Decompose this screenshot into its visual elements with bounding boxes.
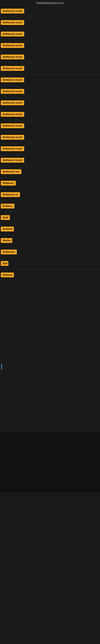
bottleneck-badge-19: Bottl: [1, 215, 10, 220]
bottom-section: [0, 362, 100, 372]
list-item: Bott: [0, 258, 100, 270]
bottleneck-badge-14: Bottleneck result: [1, 158, 24, 162]
spacer-section: [0, 281, 100, 362]
bottleneck-badge-15: Bottleneck res: [1, 169, 21, 174]
list-item: Bottleneck result: [0, 98, 100, 109]
site-title: TheBottlenecker.com: [0, 0, 100, 6]
bottleneck-badge-2: Bottleneck result: [1, 20, 24, 25]
list-item: Bottleneck result: [0, 6, 100, 17]
list-item: Bottleneck result: [0, 86, 100, 98]
bottleneck-badge-22: Bottleneck: [1, 250, 17, 254]
list-item: Bottleneck result: [0, 29, 100, 40]
bottleneck-badge-1: Bottleneck result: [1, 9, 24, 14]
bottleneck-badge-24: Bottlene: [1, 272, 14, 277]
bottleneck-badge-7: Bottleneck result: [1, 78, 24, 82]
list-item: Bottlene: [0, 224, 100, 235]
bottleneck-badge-21: Bottlen: [1, 238, 12, 243]
bottleneck-badge-3: Bottleneck result: [1, 32, 24, 36]
page-wrapper: TheBottlenecker.com Bottleneck result Bo…: [0, 0, 100, 644]
blue-bar-indicator: [1, 364, 2, 370]
bottleneck-badge-20: Bottlene: [1, 226, 14, 232]
list-item: Bottleneck result: [0, 17, 100, 29]
bottleneck-badge-5: Bottleneck result: [1, 54, 24, 59]
list-item: Bottlen: [0, 235, 100, 247]
list-item: Bottleneck: [0, 247, 100, 258]
bottleneck-badge-18: Bottlene: [1, 204, 14, 208]
bottleneck-badge-6: Bottleneck result: [1, 66, 24, 71]
bottleneck-badge-17: Bottleneck re: [1, 192, 20, 197]
lower-spacer-3: [0, 492, 100, 553]
bottleneck-badge-12: Bottleneck result: [1, 135, 24, 140]
bottleneck-badge-16: Bottlenec: [1, 181, 16, 186]
list-item: Bottleneck result: [0, 75, 100, 86]
list-item: Bottleneck result: [0, 144, 100, 155]
list-item: Bottleneck result: [0, 132, 100, 144]
bottleneck-badge-13: Bottleneck result: [1, 146, 24, 151]
lower-spacer-1: [0, 372, 100, 432]
list-item: Bottleneck res: [0, 166, 100, 178]
list-item: Bottleneck re: [0, 190, 100, 201]
list-item: Bottlene: [0, 270, 100, 281]
bottleneck-badge-10: Bottleneck result: [1, 112, 24, 117]
list-item: Bottleneck result: [0, 52, 100, 63]
bottleneck-badge-23: Bott: [1, 261, 8, 266]
lower-spacer-2: [0, 432, 100, 492]
list-item: Bottleneck result: [0, 63, 100, 75]
list-item: Bottleneck result: [0, 40, 100, 52]
list-item: Bottleneck result: [0, 120, 100, 132]
bottleneck-badge-11: Bottleneck result: [1, 123, 24, 128]
bottleneck-badge-4: Bottleneck result: [1, 43, 24, 48]
list-item: Bottl: [0, 212, 100, 224]
bottleneck-badge-8: Bottleneck result: [1, 89, 24, 94]
list-item: Bottlenec: [0, 178, 100, 190]
list-item: Bottleneck result: [0, 155, 100, 166]
list-item: Bottlene: [0, 201, 100, 212]
list-item: Bottleneck result: [0, 109, 100, 120]
bottleneck-badge-9: Bottleneck result: [1, 100, 24, 105]
